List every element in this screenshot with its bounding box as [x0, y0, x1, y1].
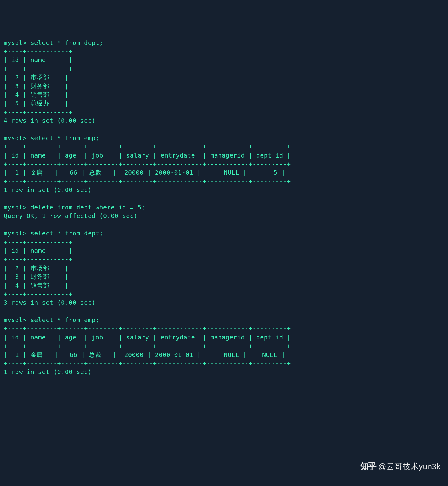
terminal-output[interactable]: mysql> select * from dept; +----+-------…: [4, 38, 444, 376]
